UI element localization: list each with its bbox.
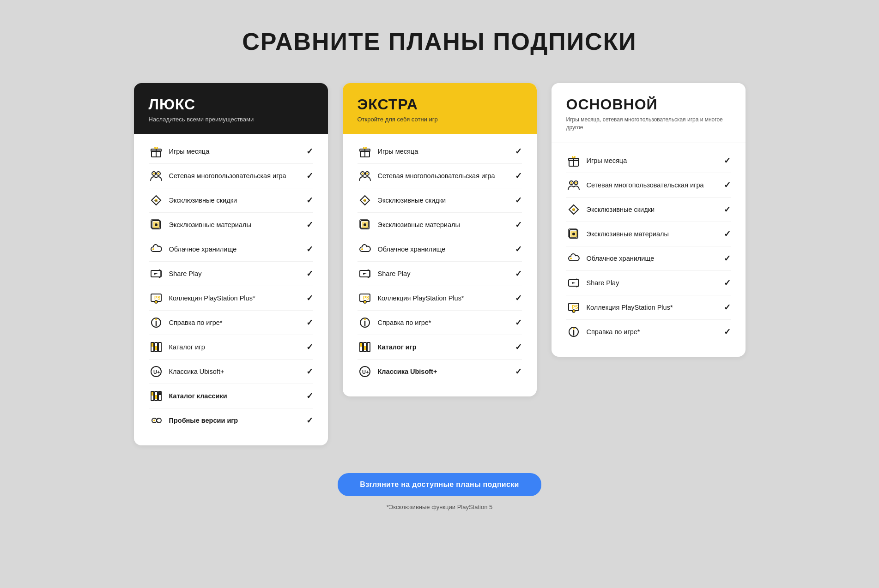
check-icon: ✓	[306, 366, 313, 377]
check-icon: ✓	[515, 318, 522, 328]
feature-row: Эксклюзивные материалы✓	[358, 213, 522, 237]
check-icon: ✓	[306, 269, 313, 279]
feature-row: Сетевая многопользовательская игра✓	[566, 173, 731, 198]
feature-row: Share Play✓	[566, 271, 731, 295]
feature-label: Share Play	[169, 270, 202, 277]
feature-row: Share Play✓	[149, 262, 313, 286]
feature-row: Каталог классики✓	[149, 384, 313, 408]
shareplay-icon	[149, 266, 164, 281]
check-icon: ✓	[515, 244, 522, 254]
materials-icon	[149, 217, 164, 232]
catalog-icon	[149, 340, 164, 354]
feature-label: Сетевая многопользовательская игра	[378, 172, 495, 180]
check-icon: ✓	[724, 278, 731, 288]
feature-label: Облачное хранилище	[169, 246, 237, 253]
multiplayer-icon	[358, 168, 372, 183]
feature-row: Каталог игр✓	[358, 335, 522, 360]
feature-row: Сетевая многопользовательская игра✓	[149, 164, 313, 188]
ubisoft-icon	[149, 364, 164, 379]
check-icon: ✓	[306, 220, 313, 230]
feature-row: Эксклюзивные материалы✓	[566, 222, 731, 246]
plan-header-basic: ОСНОВНОЙИгры месяца, сетевая многопользо…	[552, 83, 746, 143]
check-icon: ✓	[515, 171, 522, 181]
hint-icon	[358, 315, 372, 330]
cta-button[interactable]: Взгляните на доступные планы подписки	[338, 473, 541, 496]
feature-label: Игры месяца	[378, 148, 418, 155]
feature-label: Классика Ubisoft+	[169, 368, 224, 375]
discount-icon	[566, 202, 581, 217]
feature-row: Справка по игре*✓	[566, 320, 731, 344]
gift-icon	[149, 144, 164, 159]
check-icon: ✓	[306, 171, 313, 181]
feature-row: Облачное хранилище✓	[149, 237, 313, 262]
feature-label: Share Play	[378, 270, 411, 277]
plan-body-extra: Игры месяца✓Сетевая многопользовательска…	[343, 134, 537, 396]
feature-row: Эксклюзивные скидки✓	[149, 188, 313, 213]
plan-body-lux: Игры месяца✓Сетевая многопользовательска…	[134, 134, 328, 445]
plan-card-extra: ЭКСТРАОткройте для себя сотни игрИгры ме…	[343, 83, 537, 396]
feature-row: Игры месяца✓	[566, 149, 731, 173]
check-icon: ✓	[515, 195, 522, 205]
feature-row: Коллекция PlayStation Plus*✓	[358, 286, 522, 311]
plan-title-lux: ЛЮКС	[149, 96, 313, 113]
feature-row: Облачное хранилище✓	[566, 246, 731, 271]
check-icon: ✓	[306, 391, 313, 401]
feature-label: Эксклюзивные скидки	[169, 197, 237, 204]
plan-card-basic: ОСНОВНОЙИгры месяца, сетевая многопользо…	[552, 83, 746, 357]
materials-icon	[566, 227, 581, 241]
check-icon: ✓	[515, 342, 522, 352]
footnote: *Эксклюзивные функции PlayStation 5	[387, 504, 493, 510]
feature-label: Каталог игр	[378, 343, 417, 351]
plan-subtitle-lux: Насладитесь всеми преимуществами	[149, 116, 313, 123]
multiplayer-icon	[149, 168, 164, 183]
feature-label: Эксклюзивные материалы	[378, 221, 460, 228]
check-icon: ✓	[515, 269, 522, 279]
feature-row: Игры месяца✓	[358, 139, 522, 164]
plans-container: ЛЮКСНасладитесь всеми преимуществамиИгры…	[116, 83, 763, 445]
check-icon: ✓	[724, 253, 731, 264]
hint-icon	[566, 324, 581, 339]
feature-row: Классика Ubisoft+✓	[149, 360, 313, 384]
trial-icon	[149, 413, 164, 428]
feature-label: Справка по игре*	[378, 319, 431, 326]
feature-row: Каталог игр✓	[149, 335, 313, 360]
feature-label: Эксклюзивные материалы	[587, 230, 669, 238]
cloud-icon	[149, 242, 164, 257]
feature-label: Коллекция PlayStation Plus*	[378, 294, 464, 302]
feature-row: Облачное хранилище✓	[358, 237, 522, 262]
feature-label: Справка по игре*	[169, 319, 223, 326]
cloud-icon	[566, 251, 581, 266]
feature-label: Справка по игре*	[587, 328, 640, 336]
shareplay-icon	[358, 266, 372, 281]
catalog-icon	[358, 340, 372, 354]
feature-label: Каталог игр	[169, 343, 205, 351]
feature-label: Сетевая многопользовательская игра	[169, 172, 286, 180]
check-icon: ✓	[306, 195, 313, 205]
plan-body-basic: Игры месяца✓Сетевая многопользовательска…	[552, 143, 746, 357]
plan-title-basic: ОСНОВНОЙ	[566, 96, 731, 113]
shareplay-icon	[566, 276, 581, 290]
feature-label: Классика Ubisoft+	[378, 368, 437, 375]
feature-label: Коллекция PlayStation Plus*	[587, 304, 673, 311]
check-icon: ✓	[724, 204, 731, 215]
cloud-icon	[358, 242, 372, 257]
plan-header-lux: ЛЮКСНасладитесь всеми преимуществами	[134, 83, 328, 134]
feature-row: Пробные версии игр✓	[149, 408, 313, 432]
check-icon: ✓	[306, 244, 313, 254]
gift-icon	[358, 144, 372, 159]
feature-label: Пробные версии игр	[169, 417, 238, 424]
check-icon: ✓	[306, 146, 313, 156]
plan-card-lux: ЛЮКСНасладитесь всеми преимуществамиИгры…	[134, 83, 328, 445]
feature-label: Эксклюзивные скидки	[378, 197, 446, 204]
feature-label: Облачное хранилище	[378, 246, 446, 253]
feature-row: Эксклюзивные скидки✓	[358, 188, 522, 213]
feature-row: Классика Ubisoft+✓	[358, 360, 522, 384]
feature-row: Share Play✓	[358, 262, 522, 286]
feature-label: Коллекция PlayStation Plus*	[169, 294, 255, 302]
feature-label: Облачное хранилище	[587, 255, 655, 262]
psplus-icon	[149, 291, 164, 306]
check-icon: ✓	[306, 415, 313, 426]
psplus-icon	[566, 300, 581, 315]
feature-label: Эксклюзивные материалы	[169, 221, 251, 228]
page-title: СРАВНИТЕ ПЛАНЫ ПОДПИСКИ	[242, 28, 637, 55]
